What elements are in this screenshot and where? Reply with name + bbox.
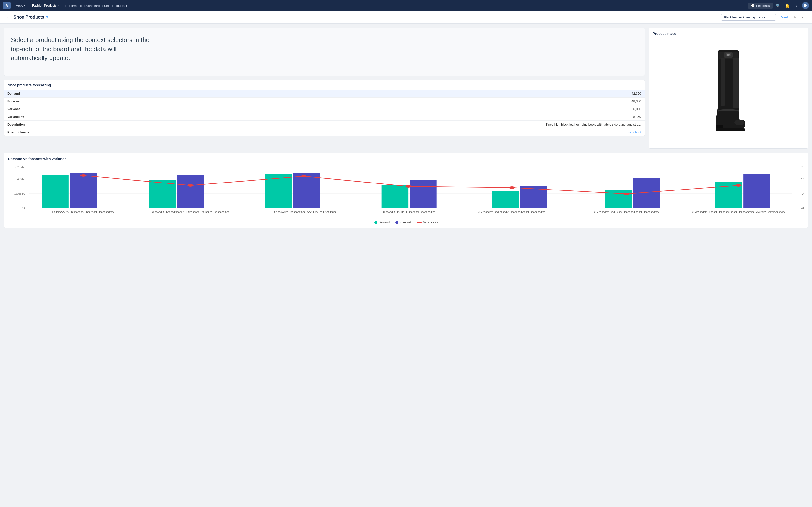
more-icon: ⋯	[802, 15, 806, 20]
svg-text:Black fur-lined boots: Black fur-lined boots	[380, 211, 436, 213]
forecast-row-value: 6,000	[43, 105, 645, 113]
variance-dot-6	[623, 193, 629, 195]
forecast-row-value: 42,350	[43, 90, 645, 98]
context-selector-value: Black leather knee high boots	[724, 15, 765, 19]
svg-text:Brown boots with straps: Brown boots with straps	[271, 211, 336, 213]
forecast-table: Demand42,350Forecast48,350Variance6,000V…	[4, 90, 645, 136]
forecast-row-value[interactable]: Black boot	[43, 128, 645, 136]
svg-rect-7	[721, 58, 724, 106]
forecast-row: Variance %87.59	[4, 113, 645, 121]
feedback-button[interactable]: 💬 Feedback	[748, 3, 773, 9]
chart-legend: Demand Forecast Variance %	[8, 221, 804, 224]
legend-variance-label: Variance %	[423, 221, 438, 224]
main-content: Select a product using the context selec…	[0, 24, 812, 232]
svg-text:Brown knee long boots: Brown knee long boots	[51, 211, 114, 213]
top-row: Select a product using the context selec…	[4, 27, 808, 149]
product-image-title: Product Image	[653, 32, 804, 36]
breadcrumb-part1: Performance Dashboards	[65, 4, 101, 7]
nav-fashion-label: Fashion Products	[32, 4, 57, 7]
forecasting-title: Shoe products forecasting	[4, 80, 645, 90]
bar-forecast-2	[177, 175, 204, 208]
svg-text:0: 0	[21, 207, 25, 210]
legend-demand-dot	[374, 221, 377, 224]
breadcrumb-separator: /	[102, 4, 103, 7]
forecast-row-label: Forecast	[4, 98, 43, 105]
chart-card: Demand vs forecast with variance 75k 50k…	[4, 153, 808, 228]
svg-text:Black leather knee high boots: Black leather knee high boots	[149, 211, 230, 213]
forecast-row: DescriptionKnee high black leather ridin…	[4, 121, 645, 128]
feedback-icon: 💬	[751, 4, 755, 7]
nav-fashion-products[interactable]: Fashion Products ▾	[29, 0, 62, 11]
svg-text:Short blue heeled boots: Short blue heeled boots	[594, 211, 659, 213]
variance-dot-7	[735, 184, 742, 187]
forecast-row-label: Demand	[4, 90, 43, 98]
breadcrumb-part2: Shoe Products	[104, 4, 125, 7]
legend-variance-line	[417, 222, 422, 223]
help-button[interactable]: ?	[793, 2, 800, 9]
bar-forecast-1	[70, 173, 97, 208]
forecast-row: Variance6,000	[4, 105, 645, 113]
user-avatar[interactable]: TH	[802, 2, 809, 9]
nav-breadcrumb[interactable]: Performance Dashboards / Shoe Products ▾	[62, 0, 131, 11]
svg-text:75k: 75k	[14, 166, 25, 169]
forecast-row-value: 87.59	[43, 113, 645, 121]
boot-image-container	[653, 38, 804, 145]
context-selector-dropdown[interactable]: Black leather knee high boots ▾	[721, 14, 776, 20]
app-logo[interactable]: A	[3, 2, 11, 9]
sub-header-controls: Black leather knee high boots ▾ Reset ✎ …	[721, 14, 807, 21]
variance-dot-2	[187, 184, 193, 187]
intro-card: Select a product using the context selec…	[4, 27, 645, 76]
forecast-row-label: Variance	[4, 105, 43, 113]
nav-apps-caret: ▾	[24, 4, 26, 7]
variance-dot-3	[301, 175, 307, 177]
intro-text: Select a product using the context selec…	[11, 36, 151, 63]
legend-variance: Variance %	[417, 221, 438, 224]
back-icon: ‹	[7, 15, 9, 19]
svg-text:120: 120	[801, 166, 804, 169]
page-title: Shoe Products ⟳	[13, 15, 49, 20]
bar-demand-5	[492, 191, 519, 208]
help-icon: ?	[796, 3, 798, 8]
svg-rect-6	[733, 58, 739, 108]
sub-header: ‹ Shoe Products ⟳ Black leather knee hig…	[0, 11, 812, 24]
bar-forecast-7	[743, 174, 770, 208]
variance-dot-4	[405, 185, 411, 187]
edit-button[interactable]: ✎	[792, 14, 799, 21]
svg-point-10	[734, 119, 744, 125]
back-button[interactable]: ‹	[5, 14, 12, 21]
bar-forecast-3	[293, 173, 320, 208]
search-button[interactable]: 🔍	[774, 2, 782, 9]
legend-forecast-dot	[395, 221, 398, 224]
legend-forecast-label: Forecast	[400, 221, 411, 224]
pencil-icon: ✎	[794, 15, 797, 19]
nav-apps[interactable]: Apps ▾	[12, 0, 29, 11]
notifications-button[interactable]: 🔔	[783, 2, 791, 9]
svg-text:Short red heeled boots with st: Short red heeled boots with straps	[692, 211, 785, 213]
sync-icon: ⟳	[46, 15, 49, 19]
forecast-row-label: Variance %	[4, 113, 43, 121]
svg-text:72: 72	[801, 192, 804, 195]
bar-demand-4	[382, 185, 408, 208]
more-options-button[interactable]: ⋯	[800, 14, 807, 21]
bell-icon: 🔔	[785, 3, 790, 8]
reset-button[interactable]: Reset	[778, 14, 790, 20]
legend-demand-label: Demand	[379, 221, 390, 224]
forecast-row-value: Knee high black leather riding boots wit…	[43, 121, 645, 128]
nav-apps-label: Apps	[16, 4, 23, 7]
left-panel: Select a product using the context selec…	[4, 27, 645, 149]
breadcrumb-caret: ▾	[126, 4, 128, 7]
bar-forecast-4	[410, 180, 437, 208]
svg-text:50k: 50k	[14, 178, 25, 181]
context-selector-caret: ▾	[767, 16, 769, 18]
boot-svg	[704, 46, 753, 137]
forecast-row-label: Product Image	[4, 128, 43, 136]
nav-right-section: 💬 Feedback 🔍 🔔 ? TH	[748, 2, 809, 9]
feedback-label: Feedback	[756, 4, 770, 7]
bar-demand-2	[149, 180, 176, 208]
chart-area: 75k 50k 25k 0 120 96 72 48 Brown knee lo…	[8, 165, 804, 218]
legend-demand: Demand	[374, 221, 390, 224]
top-navigation: A Apps ▾ Fashion Products ▾ Performance …	[0, 0, 812, 11]
svg-rect-9	[716, 128, 745, 131]
legend-forecast: Forecast	[395, 221, 411, 224]
chart-svg: 75k 50k 25k 0 120 96 72 48 Brown knee lo…	[8, 165, 804, 218]
